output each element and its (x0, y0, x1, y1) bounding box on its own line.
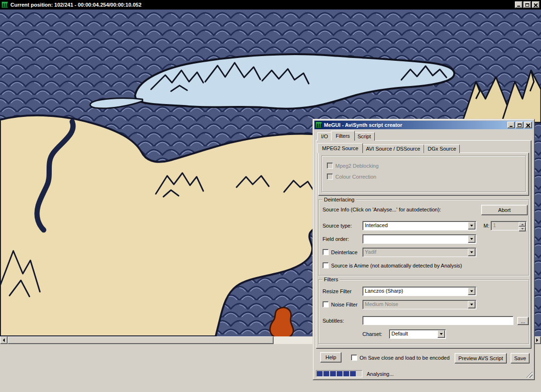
tab-io[interactable]: I/O (317, 132, 332, 141)
progress-block (337, 371, 342, 376)
main-window-title: Current position: 102/241 - 00:00:04.254… (10, 2, 515, 8)
progress-block (350, 371, 356, 376)
scroll-right-arrow-icon (536, 338, 540, 342)
tab-script[interactable]: Script (354, 132, 375, 141)
colour-correction-label: Colour Correction (335, 174, 376, 180)
source-is-anime-checkbox[interactable] (323, 262, 329, 268)
maximize-icon (518, 124, 522, 127)
noise-filter-checkbox[interactable] (323, 301, 329, 307)
minimize-icon (510, 126, 513, 127)
tab-mpeg2-source[interactable]: MPEG2 Source (317, 143, 363, 153)
mpeg2-deblocking-label: Mpeg2 Deblocking (335, 163, 379, 169)
abort-button[interactable]: Abort (481, 205, 528, 215)
dialog-titlebar: MeGUI - AviSynth script creator (314, 121, 533, 129)
main-window-controls (515, 1, 540, 8)
tab-dgx-source[interactable]: DGx Source (424, 144, 460, 153)
resize-filter-combobox[interactable]: Lanczos (Sharp) (362, 287, 476, 296)
progress-block (330, 371, 336, 376)
mpeg2-source-page: Mpeg2 Deblocking Colour Correction (318, 153, 529, 196)
progress-block (323, 371, 329, 376)
tab-filters[interactable]: Filters (331, 131, 355, 141)
m-spin-up-button[interactable] (519, 222, 526, 227)
on-save-row: On Save close and load to be encoded (351, 354, 450, 361)
application-window: Current position: 102/241 - 00:00:04.254… (0, 0, 541, 392)
m-spin-buttons (519, 222, 526, 229)
resize-filter-label: Resize Filter (323, 288, 351, 295)
close-icon (526, 124, 530, 127)
dialog-close-button[interactable] (524, 122, 532, 128)
chevron-down-icon (440, 333, 443, 336)
source-type-value: Interlaced (363, 221, 467, 229)
deinterlace-method-combobox[interactable]: Yadif (362, 248, 476, 257)
progress-block (317, 371, 323, 376)
horizontal-scrollbar-thumb[interactable] (8, 336, 274, 344)
megui-app-icon (1, 1, 8, 8)
noise-filter-row: Noise Filter (323, 301, 358, 307)
subtitles-browse-button[interactable]: ... (517, 317, 529, 325)
chevron-down-icon (470, 304, 473, 307)
main-titlebar: Current position: 102/241 - 00:00:04.254… (0, 0, 541, 10)
dialog-statusbar: Analysing... (314, 369, 533, 378)
deinterlace-row: Deinterlace (323, 249, 358, 255)
source-type-dropdown-button[interactable] (468, 222, 475, 229)
filters-group: Filters Resize Filter Lanczos (Sharp) No… (318, 279, 529, 344)
noise-filter-label: Noise Filter (331, 302, 358, 307)
scroll-left-button[interactable] (0, 336, 8, 344)
tab-avi-source-dssource[interactable]: AVI Source / DSSource (362, 144, 424, 153)
progress-block (343, 371, 349, 376)
source-is-anime-label: Source is Anime (not automatically detec… (331, 263, 462, 268)
chevron-down-icon (470, 290, 473, 294)
field-order-combobox[interactable] (362, 234, 476, 244)
dialog-tab-strip: I/O Filters Script (317, 131, 375, 141)
preview-avs-script-button[interactable]: Preview AVS Script (455, 353, 507, 363)
dialog-maximize-button[interactable] (516, 122, 523, 128)
minimize-icon (517, 6, 520, 7)
charset-dropdown-button[interactable] (437, 330, 445, 338)
megui-dialog-icon (315, 122, 322, 128)
dialog-minimize-button[interactable] (507, 122, 515, 128)
chevron-down-icon (470, 225, 473, 228)
maximize-button[interactable] (523, 1, 531, 8)
scroll-left-arrow-icon (1, 338, 5, 342)
subtitles-label: Subtitles: (323, 318, 344, 324)
resize-grip-icon[interactable] (526, 372, 532, 378)
charset-label: Charset: (362, 331, 382, 337)
deinterlace-method-value: Yadif (363, 248, 467, 256)
noise-filter-dropdown-button[interactable] (468, 301, 475, 308)
field-order-label: Field order: (323, 236, 349, 242)
chevron-up-icon (521, 222, 524, 225)
filters-group-label: Filters (323, 277, 340, 283)
source-is-anime-row: Source is Anime (not automatically detec… (323, 262, 462, 268)
maximize-icon (525, 3, 529, 7)
on-save-checkbox[interactable] (351, 354, 357, 361)
field-order-dropdown-button[interactable] (468, 235, 475, 243)
deinterlace-method-dropdown-button[interactable] (468, 249, 475, 256)
on-save-label: On Save close and load to be encoded (360, 355, 450, 361)
progress-bar (316, 370, 362, 377)
subtitles-input[interactable] (362, 316, 513, 325)
colour-correction-checkbox[interactable] (327, 173, 333, 180)
colour-correction-row: Colour Correction (327, 173, 376, 180)
chevron-down-icon (521, 228, 524, 231)
source-type-label: Source type: (323, 223, 352, 229)
close-button[interactable] (532, 1, 540, 8)
chevron-down-icon (470, 238, 473, 241)
help-button[interactable]: Help (320, 352, 342, 363)
deinterlace-label: Deinterlace (331, 249, 358, 255)
chevron-down-icon (470, 251, 473, 255)
resize-filter-dropdown-button[interactable] (468, 287, 475, 295)
charset-value: Default (389, 330, 437, 338)
charset-combobox[interactable]: Default (389, 329, 446, 339)
noise-filter-combobox[interactable]: Medium Noise (362, 300, 476, 309)
m-spin-down-button[interactable] (519, 227, 526, 231)
dialog-title: MeGUI - AviSynth script creator (324, 122, 507, 128)
deinterlacing-group: Deinterlacing Source Info (Click on 'Ana… (318, 200, 529, 276)
m-numeric-updown[interactable]: 1 (491, 221, 527, 230)
deinterlace-checkbox[interactable] (323, 249, 329, 255)
mpeg2-deblocking-checkbox[interactable] (327, 163, 333, 169)
source-type-combobox[interactable]: Interlaced (362, 221, 476, 230)
source-tab-strip: MPEG2 Source AVI Source / DSSource DGx S… (318, 143, 460, 153)
minimize-button[interactable] (515, 1, 522, 8)
resize-filter-value: Lanczos (Sharp) (363, 287, 467, 295)
save-button[interactable]: Save (511, 353, 530, 363)
